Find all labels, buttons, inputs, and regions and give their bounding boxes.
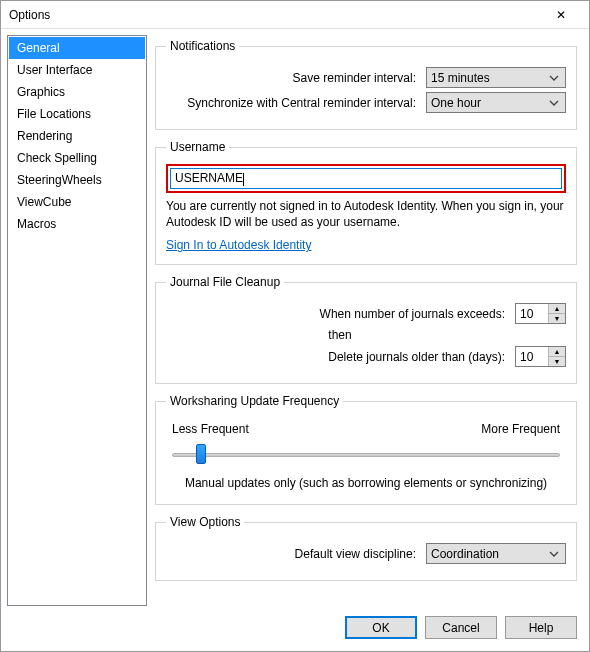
ok-label: OK: [372, 621, 389, 635]
username-note: You are currently not signed in to Autod…: [166, 199, 566, 230]
help-button[interactable]: Help: [505, 616, 577, 639]
username-input[interactable]: USERNAME: [170, 168, 562, 189]
sidebar-item-label: File Locations: [17, 107, 91, 121]
ok-button[interactable]: OK: [345, 616, 417, 639]
sidebar-item-label: SteeringWheels: [17, 173, 102, 187]
journal-exceeds-value: 10: [516, 304, 548, 323]
titlebar: Options ✕: [1, 1, 589, 29]
sidebar-item-graphics[interactable]: Graphics: [9, 81, 145, 103]
sidebar-item-steeringwheels[interactable]: SteeringWheels: [9, 169, 145, 191]
view-options-legend: View Options: [166, 515, 244, 529]
sidebar-item-label: User Interface: [17, 63, 92, 77]
worksharing-legend: Worksharing Update Frequency: [166, 394, 343, 408]
cancel-label: Cancel: [442, 621, 479, 635]
sidebar-item-label: ViewCube: [17, 195, 71, 209]
sync-interval-select[interactable]: One hour: [426, 92, 566, 113]
sidebar-item-rendering[interactable]: Rendering: [9, 125, 145, 147]
journal-older-value: 10: [516, 347, 548, 366]
slider-more-label: More Frequent: [481, 422, 560, 436]
discipline-select[interactable]: Coordination: [426, 543, 566, 564]
journal-exceeds-label: When number of journals exceeds:: [166, 307, 509, 321]
sync-interval-label: Synchronize with Central reminder interv…: [166, 96, 420, 110]
username-value: USERNAME: [175, 171, 244, 185]
journal-exceeds-spinner[interactable]: 10 ▲ ▼: [515, 303, 566, 324]
sidebar-item-file-locations[interactable]: File Locations: [9, 103, 145, 125]
worksharing-note: Manual updates only (such as borrowing e…: [166, 476, 566, 490]
close-button[interactable]: ✕: [541, 3, 581, 27]
save-interval-select[interactable]: 15 minutes: [426, 67, 566, 88]
username-legend: Username: [166, 140, 229, 154]
sidebar-item-label: Rendering: [17, 129, 72, 143]
cancel-button[interactable]: Cancel: [425, 616, 497, 639]
sidebar-item-macros[interactable]: Macros: [9, 213, 145, 235]
notifications-group: Notifications Save reminder interval: 15…: [155, 39, 577, 130]
sidebar-item-viewcube[interactable]: ViewCube: [9, 191, 145, 213]
sign-in-link[interactable]: Sign In to Autodesk Identity: [166, 238, 311, 252]
username-group: Username USERNAME You are currently not …: [155, 140, 577, 265]
spinner-down-icon[interactable]: ▼: [549, 357, 565, 367]
journal-cleanup-group: Journal File Cleanup When number of jour…: [155, 275, 577, 384]
help-label: Help: [529, 621, 554, 635]
journal-then-label: then: [328, 328, 351, 342]
journal-older-label: Delete journals older than (days):: [166, 350, 509, 364]
sidebar-item-label: Check Spelling: [17, 151, 97, 165]
slider-less-label: Less Frequent: [172, 422, 249, 436]
content-panel: Notifications Save reminder interval: 15…: [153, 35, 583, 606]
journal-legend: Journal File Cleanup: [166, 275, 284, 289]
sidebar-item-general[interactable]: General: [9, 37, 145, 59]
spinner-down-icon[interactable]: ▼: [549, 314, 565, 324]
frequency-slider[interactable]: [172, 444, 560, 466]
discipline-label: Default view discipline:: [166, 547, 420, 561]
sidebar-item-label: General: [17, 41, 60, 55]
slider-thumb[interactable]: [196, 444, 206, 464]
dialog-button-bar: OK Cancel Help: [1, 606, 589, 651]
notifications-legend: Notifications: [166, 39, 239, 53]
view-options-group: View Options Default view discipline: Co…: [155, 515, 577, 581]
save-interval-label: Save reminder interval:: [166, 71, 420, 85]
close-icon: ✕: [556, 8, 566, 22]
window-title: Options: [9, 8, 541, 22]
spinner-up-icon[interactable]: ▲: [549, 304, 565, 314]
sidebar-item-label: Graphics: [17, 85, 65, 99]
slider-track-line: [172, 453, 560, 457]
journal-older-spinner[interactable]: 10 ▲ ▼: [515, 346, 566, 367]
worksharing-group: Worksharing Update Frequency Less Freque…: [155, 394, 577, 505]
username-highlight: USERNAME: [166, 164, 566, 193]
sidebar-item-label: Macros: [17, 217, 56, 231]
category-sidebar: General User Interface Graphics File Loc…: [7, 35, 147, 606]
sidebar-item-check-spelling[interactable]: Check Spelling: [9, 147, 145, 169]
sidebar-item-user-interface[interactable]: User Interface: [9, 59, 145, 81]
options-dialog: Options ✕ General User Interface Graphic…: [0, 0, 590, 652]
spinner-up-icon[interactable]: ▲: [549, 347, 565, 357]
